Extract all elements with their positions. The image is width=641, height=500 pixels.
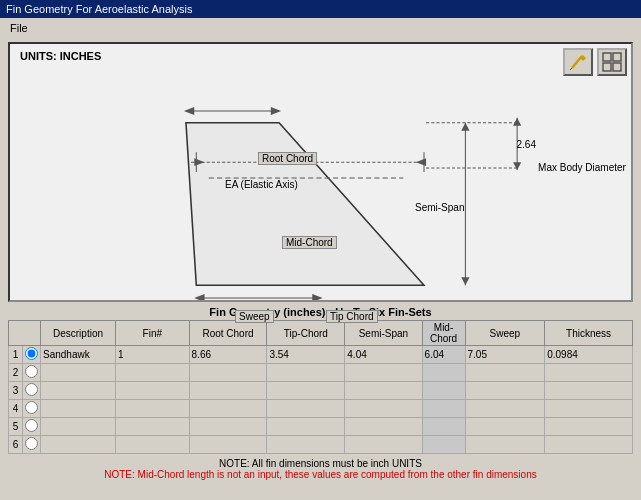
table-title: Fin Geometry (inches) - Up To Six Fin-Se… — [8, 306, 633, 318]
tip-chord-cell[interactable] — [267, 346, 345, 364]
svg-marker-14 — [416, 158, 426, 166]
col-header-empty — [9, 321, 41, 346]
fin-num-cell[interactable] — [116, 400, 190, 418]
table-row: 3 — [9, 382, 633, 400]
fin-num-cell[interactable] — [116, 418, 190, 436]
max-body-diameter-label: Max Body Diameter — [537, 162, 627, 173]
description-cell[interactable] — [41, 436, 116, 454]
svg-marker-9 — [186, 123, 424, 285]
thickness-cell[interactable] — [545, 382, 633, 400]
thickness-cell[interactable] — [545, 346, 633, 364]
fin-table: Description Fin# Root Chord Tip-Chord Se… — [8, 320, 633, 454]
row-radio[interactable] — [23, 364, 41, 382]
row-number: 1 — [9, 346, 23, 364]
main-content: UNITS: INCHES — [0, 38, 641, 484]
description-cell[interactable] — [41, 400, 116, 418]
root-chord-cell[interactable] — [189, 364, 267, 382]
row-number: 2 — [9, 364, 23, 382]
description-cell[interactable] — [41, 364, 116, 382]
mid-chord-cell — [422, 400, 465, 418]
semi-span-cell[interactable] — [345, 346, 422, 364]
svg-marker-23 — [184, 107, 194, 115]
fin-num-cell[interactable] — [116, 382, 190, 400]
col-header-fin: Fin# — [116, 321, 190, 346]
semi-span-label: Semi-Span — [415, 202, 464, 213]
col-header-mid-chord: Mid-Chord — [422, 321, 465, 346]
menu-bar: File — [0, 18, 641, 38]
tip-chord-cell[interactable] — [267, 436, 345, 454]
root-chord-cell[interactable] — [189, 382, 267, 400]
svg-marker-20 — [194, 294, 204, 300]
row-number: 4 — [9, 400, 23, 418]
description-cell[interactable] — [41, 382, 116, 400]
tip-chord-label: Tip Chord — [326, 310, 378, 323]
col-header-root-chord: Root Chord — [189, 321, 267, 346]
col-header-tip-chord: Tip-Chord — [267, 321, 345, 346]
root-chord-cell[interactable] — [189, 436, 267, 454]
tip-chord-cell[interactable] — [267, 400, 345, 418]
col-header-description: Description — [41, 321, 116, 346]
svg-marker-26 — [513, 118, 521, 126]
tip-chord-cell[interactable] — [267, 364, 345, 382]
thickness-cell[interactable] — [545, 418, 633, 436]
sweep-label: Sweep — [235, 310, 274, 323]
sweep-cell[interactable] — [465, 346, 545, 364]
fin-num-cell[interactable] — [116, 346, 190, 364]
description-cell[interactable] — [41, 418, 116, 436]
svg-marker-27 — [513, 162, 521, 170]
ea-label: EA (Elastic Axis) — [225, 179, 298, 190]
table-row: 5 — [9, 418, 633, 436]
table-row: 4 — [9, 400, 633, 418]
notes-area: NOTE: All fin dimensions must be inch UN… — [8, 458, 633, 480]
mid-chord-cell: 6.04 — [422, 346, 465, 364]
root-chord-cell[interactable] — [189, 400, 267, 418]
mid-chord-cell — [422, 364, 465, 382]
sweep-cell[interactable] — [465, 364, 545, 382]
mid-chord-cell — [422, 382, 465, 400]
note1: NOTE: All fin dimensions must be inch UN… — [8, 458, 633, 469]
svg-marker-17 — [461, 123, 469, 131]
sweep-cell[interactable] — [465, 418, 545, 436]
row-number: 5 — [9, 418, 23, 436]
col-header-sweep: Sweep — [465, 321, 545, 346]
root-chord-cell[interactable] — [189, 346, 267, 364]
title-bar: Fin Geometry For Aeroelastic Analysis — [0, 0, 641, 18]
tip-chord-cell[interactable] — [267, 382, 345, 400]
description-cell[interactable] — [41, 346, 116, 364]
svg-marker-24 — [271, 107, 281, 115]
diameter-value: 2.64 — [517, 139, 536, 150]
root-chord-label: Root Chord — [258, 152, 317, 165]
semi-span-cell[interactable] — [345, 418, 422, 436]
sweep-cell[interactable] — [465, 436, 545, 454]
row-radio[interactable] — [23, 400, 41, 418]
row-number: 3 — [9, 382, 23, 400]
fin-num-cell[interactable] — [116, 364, 190, 382]
title-text: Fin Geometry For Aeroelastic Analysis — [6, 3, 192, 15]
fin-num-cell[interactable] — [116, 436, 190, 454]
thickness-cell[interactable] — [545, 436, 633, 454]
mid-chord-label: Mid-Chord — [282, 236, 337, 249]
diagram-area: UNITS: INCHES — [8, 42, 633, 302]
semi-span-cell[interactable] — [345, 436, 422, 454]
thickness-cell[interactable] — [545, 364, 633, 382]
semi-span-cell[interactable] — [345, 400, 422, 418]
sweep-cell[interactable] — [465, 382, 545, 400]
col-header-thickness: Thickness — [545, 321, 633, 346]
svg-marker-18 — [461, 277, 469, 285]
semi-span-cell[interactable] — [345, 382, 422, 400]
col-header-semi-span: Semi-Span — [345, 321, 422, 346]
note2: NOTE: Mid-Chord length is not an input, … — [8, 469, 633, 480]
tip-chord-cell[interactable] — [267, 418, 345, 436]
root-chord-cell[interactable] — [189, 418, 267, 436]
menu-file[interactable]: File — [6, 21, 32, 35]
row-radio[interactable] — [23, 436, 41, 454]
row-number: 6 — [9, 436, 23, 454]
sweep-cell[interactable] — [465, 400, 545, 418]
row-radio[interactable] — [23, 382, 41, 400]
table-row: 2 — [9, 364, 633, 382]
row-radio[interactable] — [23, 418, 41, 436]
semi-span-cell[interactable] — [345, 364, 422, 382]
mid-chord-cell — [422, 418, 465, 436]
row-radio[interactable] — [23, 346, 41, 364]
thickness-cell[interactable] — [545, 400, 633, 418]
